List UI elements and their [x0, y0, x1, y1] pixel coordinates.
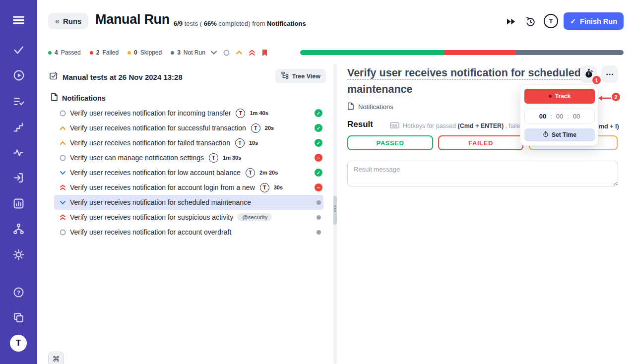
task-list-icon[interactable]	[12, 95, 25, 108]
circle-priority-icon[interactable]	[223, 50, 230, 56]
test-title: Verify user can manage notification sett…	[70, 154, 204, 162]
status-passed-icon	[315, 139, 322, 147]
hotkeys-hint: Hotkeys for passed (Cmd + ENTER) , faile…	[390, 121, 524, 130]
more-options-button[interactable]: ⋯	[601, 65, 618, 83]
steps-icon[interactable]	[12, 121, 25, 134]
time-input[interactable]: 00 : 00 : 00	[524, 109, 595, 123]
runs-label: Runs	[63, 17, 82, 25]
tag-badge: @security	[238, 213, 272, 221]
priority-filters	[210, 48, 268, 57]
notrun-dot-icon	[171, 51, 174, 55]
fast-forward-icon[interactable]	[505, 15, 517, 27]
passed-dot-icon	[48, 51, 52, 55]
annotation-badge-1: 1	[592, 76, 601, 84]
bar-chart-icon[interactable]	[12, 197, 25, 210]
skipped-dot-icon	[127, 51, 131, 55]
testomat-icon: T	[235, 138, 245, 148]
seconds-value: 00	[573, 113, 580, 120]
chevron-up-icon[interactable]	[236, 50, 243, 55]
test-title: Verify user receives notification for ac…	[70, 228, 231, 236]
copy-icon[interactable]	[12, 311, 25, 324]
chevrons-left-icon: «	[55, 17, 60, 26]
set-time-label: Set Time	[552, 131, 576, 138]
annotation-arrow-icon	[597, 94, 612, 103]
test-title: Verify user receives notification for sc…	[70, 198, 251, 206]
suite-name: Notifications	[62, 94, 106, 102]
menu-icon[interactable]	[12, 13, 25, 27]
run-name: Manual tests at 26 Nov 2024 13:28	[63, 73, 183, 81]
test-title: Verify user receives notification for ac…	[70, 183, 255, 191]
test-duration: 30s	[274, 184, 283, 190]
suite-header[interactable]: Notifications	[51, 93, 106, 103]
test-row-selected[interactable]: Verify user receives notification for sc…	[54, 195, 323, 210]
check-icon[interactable]	[12, 43, 25, 57]
status-notrun-icon	[315, 213, 322, 221]
test-row[interactable]: Verify user receives notification for su…	[54, 210, 323, 225]
passed-count: 4Passed	[48, 49, 81, 56]
testomat-icon: T	[246, 168, 255, 178]
status-notrun-icon	[315, 228, 322, 236]
chevron-down-icon[interactable]	[210, 50, 217, 55]
detail-suite-row[interactable]: Notifications	[347, 102, 393, 112]
stopwatch-icon	[584, 68, 594, 80]
test-title: Verify user receives notification for in…	[70, 109, 231, 117]
status-bar: 4Passed 2Failed 0Skipped 3Not Run	[37, 42, 635, 64]
test-row[interactable]: Verify user receives notification for in…	[54, 106, 323, 121]
failed-button[interactable]: FAILED	[438, 135, 523, 150]
hotkeys-hint-fragment: md + I)	[599, 123, 619, 130]
test-title: Verify user receives notification for su…	[70, 213, 233, 221]
skipped-count: 0Skipped	[127, 49, 162, 56]
set-time-button[interactable]: Set Time	[524, 128, 595, 141]
test-row[interactable]: Verify user receives notification for lo…	[54, 165, 323, 180]
bookmark-icon[interactable]	[261, 49, 268, 57]
run-progress-bar	[300, 50, 624, 55]
progress-remaining-segment	[516, 50, 624, 55]
test-row[interactable]: Verify user can manage notification sett…	[54, 150, 323, 165]
notrun-count: 3Not Run	[171, 49, 205, 56]
test-row[interactable]: Verify user receives notification for fa…	[54, 135, 323, 150]
test-list-panel: Manual tests at 26 Nov 2024 13:28 Tree V…	[37, 64, 327, 364]
keyboard-icon	[390, 121, 399, 130]
finish-run-button[interactable]: ✓ Finish Run	[564, 12, 624, 30]
svg-text:?: ?	[17, 290, 20, 296]
file-icon	[51, 93, 58, 103]
back-to-runs-button[interactable]: « Runs	[48, 13, 88, 29]
app-window: ? T « Runs Manual Run 6/9 tests ( 66% co…	[0, 0, 635, 364]
passed-button[interactable]: PASSED	[347, 135, 433, 150]
gear-icon[interactable]	[12, 248, 25, 261]
tree-view-button[interactable]: Tree View	[275, 69, 326, 83]
status-failed-icon	[315, 154, 322, 162]
test-row[interactable]: Verify user receives notification for ac…	[54, 180, 323, 195]
progress-failed-segment	[444, 50, 516, 55]
test-row[interactable]: Verify user receives notification for ac…	[54, 225, 323, 240]
activity-icon[interactable]	[12, 146, 25, 159]
track-button[interactable]: Track	[524, 89, 595, 104]
ellipsis-icon: ⋯	[606, 70, 614, 78]
failed-dot-icon	[90, 51, 93, 55]
tree-icon	[281, 71, 289, 81]
hotkeys-command-button[interactable]: ⌘	[48, 352, 64, 364]
status-passed-icon	[315, 124, 322, 132]
detail-suite-name: Notifications	[358, 103, 393, 111]
track-label: Track	[555, 93, 571, 100]
run-progress-summary: 6/9 tests ( 66% completed) from Notifica…	[174, 20, 306, 27]
help-icon[interactable]: ?	[12, 286, 25, 299]
scrollbar-thumb[interactable]	[333, 196, 337, 225]
retry-timer-icon[interactable]	[524, 15, 536, 27]
panel-scrollbar	[333, 64, 337, 364]
result-message-input[interactable]	[347, 161, 618, 186]
run-report-icon	[49, 71, 58, 82]
testomat-icon: T	[251, 123, 260, 133]
check-icon: ✓	[570, 17, 576, 25]
play-circle-icon[interactable]	[12, 68, 25, 82]
colon: :	[550, 113, 552, 120]
priority-none-icon	[59, 110, 66, 117]
test-duration: 10s	[249, 140, 258, 146]
priority-low-icon	[59, 171, 66, 175]
test-row[interactable]: Verify user receives notification for su…	[54, 121, 323, 135]
priority-none-icon	[59, 155, 66, 161]
priority-high-icon	[59, 141, 66, 145]
double-chevron-up-icon[interactable]	[249, 50, 255, 56]
branch-icon[interactable]	[12, 222, 25, 236]
sign-in-icon[interactable]	[12, 171, 25, 184]
